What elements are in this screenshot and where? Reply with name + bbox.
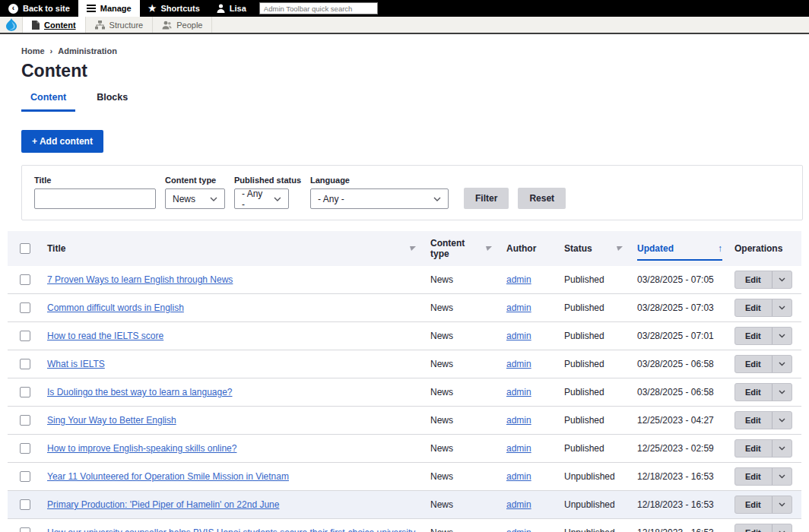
author-link[interactable]: admin (506, 274, 531, 285)
row-checkbox[interactable] (20, 274, 30, 285)
tab-content[interactable]: Content (21, 92, 75, 112)
published-status-filter-group: Published status - Any - (234, 176, 301, 209)
operations-toggle-button[interactable] (772, 412, 792, 429)
row-checkbox[interactable] (20, 331, 30, 341)
edit-button[interactable]: Edit (735, 496, 772, 513)
edit-button[interactable]: Edit (735, 271, 772, 288)
operations-toggle-button[interactable] (772, 384, 792, 401)
breadcrumb-administration-link[interactable]: Administration (58, 46, 117, 55)
filter-button[interactable]: Filter (464, 188, 509, 209)
edit-button[interactable]: Edit (735, 468, 772, 485)
row-checkbox[interactable] (20, 527, 30, 532)
column-header-updated[interactable]: Updated ↑ (631, 231, 728, 266)
chevron-down-icon (779, 446, 785, 451)
menu-item-content[interactable]: Content (23, 17, 86, 33)
author-link[interactable]: admin (506, 302, 531, 313)
content-title-link[interactable]: Year 11 Volunteered for Operation Smile … (47, 471, 289, 482)
edit-button[interactable]: Edit (735, 440, 772, 457)
manage-button[interactable]: Manage (78, 0, 140, 17)
column-header-title[interactable]: Title (41, 231, 424, 266)
row-checkbox[interactable] (20, 415, 30, 426)
content-type-cell: News (424, 407, 500, 435)
operations-dropbutton: Edit (734, 355, 792, 373)
tab-blocks[interactable]: Blocks (87, 92, 137, 112)
operations-toggle-button[interactable] (772, 356, 792, 372)
updated-cell: 03/28/2025 - 07:01 (631, 322, 728, 350)
add-content-button[interactable]: + Add content (21, 130, 103, 153)
operations-dropbutton: Edit (734, 496, 792, 514)
content-type-cell: News (424, 435, 500, 463)
content-title-link[interactable]: Is Duolingo the best way to learn a lang… (47, 387, 233, 397)
sort-indicator-icon (408, 246, 416, 251)
updated-cell: 03/28/2025 - 06:58 (631, 350, 728, 378)
select-all-checkbox[interactable] (20, 243, 30, 254)
author-link[interactable]: admin (506, 443, 531, 454)
author-link[interactable]: admin (506, 499, 531, 510)
edit-button[interactable]: Edit (735, 384, 772, 401)
menu-item-people[interactable]: People (153, 17, 212, 33)
row-checkbox[interactable] (20, 387, 30, 397)
title-filter-input[interactable] (34, 188, 156, 209)
breadcrumb-home-link[interactable]: Home (21, 46, 45, 55)
updated-cell: 12/18/2023 - 16:53 (631, 463, 728, 491)
table-row: Is Duolingo the best way to learn a lang… (8, 378, 801, 407)
author-link[interactable]: admin (506, 359, 531, 369)
content-title-link[interactable]: Common difficult words in English (47, 302, 184, 313)
edit-button[interactable]: Edit (735, 412, 772, 429)
author-link[interactable]: admin (506, 387, 531, 397)
edit-button[interactable]: Edit (735, 328, 772, 344)
user-icon (217, 4, 225, 13)
operations-toggle-button[interactable] (772, 524, 792, 532)
table-row: 7 Proven Ways to learn English through N… (8, 266, 801, 294)
row-checkbox[interactable] (20, 471, 30, 482)
column-header-status[interactable]: Status (558, 231, 631, 266)
drupal-logo[interactable] (0, 17, 23, 33)
table-row: Common difficult words in English News a… (8, 294, 801, 322)
operations-toggle-button[interactable] (772, 271, 792, 288)
published-status-select[interactable]: - Any - (234, 188, 289, 209)
reset-button[interactable]: Reset (518, 188, 566, 209)
back-to-site-label: Back to site (23, 4, 70, 13)
row-checkbox[interactable] (20, 302, 30, 313)
operations-toggle-button[interactable] (772, 468, 792, 485)
shortcuts-button[interactable]: ★ Shortcuts (140, 0, 208, 17)
content-title-link[interactable]: How to improve English-speaking skills o… (47, 443, 236, 454)
admin-quick-search-input[interactable] (259, 2, 378, 14)
content-title-link[interactable]: Primary Production: 'Pied Piper of Hamel… (47, 499, 279, 510)
operations-toggle-button[interactable] (772, 440, 792, 457)
chevron-down-icon (779, 390, 785, 394)
table-row: How to read the IELTS score News admin P… (8, 322, 801, 350)
operations-toggle-button[interactable] (772, 328, 792, 344)
operations-toggle-button[interactable] (772, 496, 792, 513)
content-type-cell: News (424, 294, 500, 322)
author-link[interactable]: admin (506, 415, 531, 426)
content-title-link[interactable]: What is IELTS (47, 359, 105, 369)
row-checkbox[interactable] (20, 359, 30, 369)
column-header-content-type[interactable]: Content type (424, 231, 500, 266)
content-type-cell: News (424, 463, 500, 491)
operations-dropbutton: Edit (734, 467, 792, 486)
row-checkbox[interactable] (20, 499, 30, 510)
operations-dropbutton: Edit (734, 327, 792, 345)
people-icon (162, 21, 172, 30)
row-checkbox[interactable] (20, 443, 30, 454)
back-to-site-button[interactable]: ‹ Back to site (0, 0, 78, 17)
content-title-link[interactable]: How to read the IELTS score (47, 331, 163, 341)
content-title-link[interactable]: Sing Your Way to Better English (47, 415, 176, 426)
operations-toggle-button[interactable] (772, 299, 792, 316)
edit-button[interactable]: Edit (735, 356, 772, 372)
author-link[interactable]: admin (506, 331, 531, 341)
menu-item-structure-label: Structure (109, 21, 144, 30)
menu-item-structure[interactable]: Structure (86, 17, 154, 33)
edit-button[interactable]: Edit (735, 299, 772, 316)
content-title-link[interactable]: 7 Proven Ways to learn English through N… (47, 274, 233, 285)
content-title-link[interactable]: How our university counsellor helps BVIS… (47, 527, 415, 532)
author-link[interactable]: admin (506, 527, 531, 532)
column-header-author[interactable]: Author (500, 231, 558, 266)
language-select[interactable]: - Any - (310, 188, 449, 209)
edit-button[interactable]: Edit (735, 524, 772, 532)
content-type-select[interactable]: News (165, 188, 225, 209)
user-menu-button[interactable]: Lisa (208, 0, 255, 17)
page-title: Content (21, 61, 788, 81)
author-link[interactable]: admin (506, 471, 531, 482)
